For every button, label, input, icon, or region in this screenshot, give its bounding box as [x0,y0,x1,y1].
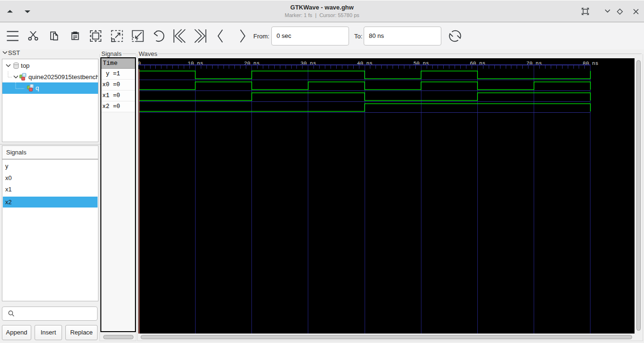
svg-text:ns: ns [592,61,598,66]
